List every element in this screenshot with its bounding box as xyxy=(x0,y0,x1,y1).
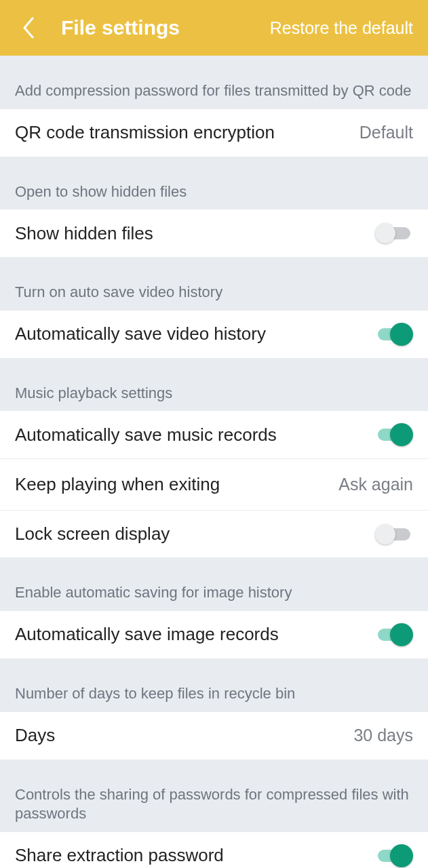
toggle-auto-save-image[interactable] xyxy=(375,624,413,646)
section-hint-share: Controls the sharing of passwords for co… xyxy=(0,760,428,832)
chevron-left-icon xyxy=(22,17,35,39)
row-recycle-days[interactable]: Days 30 days xyxy=(0,712,428,760)
row-label: Days xyxy=(15,725,55,746)
row-label: Keep playing when exiting xyxy=(15,474,220,495)
app-header: File settings Restore the default xyxy=(0,0,428,56)
toggle-show-hidden-files[interactable] xyxy=(375,222,413,244)
row-value: Ask again xyxy=(338,475,413,494)
section-hint-hidden: Open to show hidden files xyxy=(0,157,428,210)
toggle-lock-screen-display[interactable] xyxy=(375,524,413,545)
row-label: Automatically save music records xyxy=(15,425,277,446)
toggle-share-extraction-password[interactable] xyxy=(375,845,413,867)
row-label: Lock screen display xyxy=(15,524,170,545)
row-auto-save-video: Automatically save video history xyxy=(0,311,428,358)
row-keep-playing[interactable]: Keep playing when exiting Ask again xyxy=(0,458,428,510)
row-label: Share extraction password xyxy=(15,845,224,866)
toggle-auto-save-music[interactable] xyxy=(375,424,413,446)
section-hint-video: Turn on auto save video history xyxy=(0,257,428,311)
toggle-auto-save-video[interactable] xyxy=(375,323,413,345)
row-label: QR code transmission encryption xyxy=(15,122,275,143)
row-lock-screen-display: Lock screen display xyxy=(0,510,428,557)
row-label: Automatically save video history xyxy=(15,323,266,344)
row-auto-save-music: Automatically save music records xyxy=(0,411,428,458)
page-title: File settings xyxy=(61,16,180,39)
section-hint-music: Music playback settings xyxy=(0,358,428,412)
back-button[interactable] xyxy=(15,14,42,41)
row-value: Default xyxy=(359,123,413,142)
row-share-extraction-password: Share extraction password xyxy=(0,832,428,868)
row-label: Show hidden files xyxy=(15,223,153,244)
restore-default-button[interactable]: Restore the default xyxy=(270,18,413,38)
section-hint-qr: Add compression password for files trans… xyxy=(0,56,428,109)
row-qr-encryption[interactable]: QR code transmission encryption Default xyxy=(0,109,428,157)
row-label: Automatically save image records xyxy=(15,624,279,645)
row-show-hidden-files: Show hidden files xyxy=(0,210,428,257)
row-value: 30 days xyxy=(353,726,413,745)
section-hint-image: Enable automatic saving for image histor… xyxy=(0,557,428,611)
row-auto-save-image: Automatically save image records xyxy=(0,611,428,658)
section-hint-recycle: Number of days to keep files in recycle … xyxy=(0,658,428,712)
